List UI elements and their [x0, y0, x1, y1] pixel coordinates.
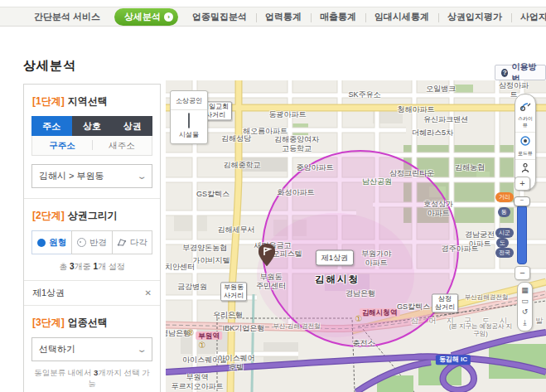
region-select[interactable]: 김해시 > 부원동 ⌄	[31, 164, 152, 188]
analysis-panel: [1단계]지역선택 주소 상호 상권 구주소 새주소 김해시 > 부원동 ⌄ […	[23, 84, 161, 392]
step3-title: 업종선택	[68, 317, 108, 328]
step2-section: [2단계]상권그리기 원형 반경 다각 총 3개중 1개 설정	[24, 199, 160, 273]
industry-note: 동일분류 내에서 3개까지 선택 가능	[31, 368, 152, 390]
radius-icon	[77, 238, 86, 247]
step2-badge: [2단계]	[32, 210, 65, 221]
zoom-level-province[interactable]: 도	[496, 238, 509, 248]
shape-radius-label: 반경	[89, 237, 107, 249]
subtab-new-address[interactable]: 새주소	[92, 136, 152, 155]
step3-heading: [3단계]업종선택	[32, 316, 152, 330]
question-icon: ?	[501, 69, 508, 77]
map-graphics	[166, 80, 546, 392]
satellite-icon	[520, 102, 531, 111]
small-business-toggle[interactable]: 소상공인	[171, 91, 207, 109]
facilities-toggle[interactable]: 시설물	[171, 109, 207, 143]
skyview-button[interactable]: 스카이뷰	[515, 98, 535, 132]
shape-circle-button[interactable]: 원형	[31, 230, 72, 254]
nav-item-simple-analysis[interactable]: 간단분석 서비스	[25, 11, 109, 23]
nav-item-business-age-stats[interactable]: 업력통계	[256, 11, 311, 23]
industry-select-value: 선택하기	[39, 343, 75, 356]
undo-icon[interactable]: ↺	[518, 307, 532, 317]
address-subtabs: 구주소 새주소	[31, 136, 152, 156]
zoom-out-button[interactable]: −	[515, 266, 530, 280]
trade-area-row: 제1상권 ✕	[24, 280, 160, 306]
area-measure-icon[interactable]: ▦	[518, 285, 532, 296]
nav-item-label: 상세분석	[124, 11, 161, 23]
nav-item-management-eval[interactable]: 사업자경영평가	[511, 11, 546, 23]
trade-area-map-label: 제1상권	[316, 250, 354, 266]
map-overlay-toggles: 소상공인 시설물	[170, 90, 208, 144]
polygon-icon	[117, 238, 127, 247]
chevron-down-icon: ⌄	[136, 172, 147, 181]
step1-heading: [1단계]지역선택	[32, 94, 152, 109]
step2-title: 상권그리기	[68, 210, 118, 221]
zoom-level-nation[interactable]: 전국	[495, 248, 514, 258]
shape-radius-button[interactable]: 반경	[71, 230, 112, 254]
area-count-status: 총 3개중 1개 설정	[31, 261, 152, 273]
remove-area-icon[interactable]: ✕	[145, 288, 152, 298]
shape-circle-label: 원형	[49, 237, 66, 249]
roadview-icon	[520, 136, 530, 146]
step2-heading: [2단계]상권그리기	[32, 209, 152, 223]
subtab-old-address[interactable]: 구주소	[32, 136, 92, 155]
step3-badge: [3단계]	[32, 317, 65, 328]
region-tabs: 주소 상호 상권	[31, 116, 152, 136]
zoom-level-street[interactable]: 거리	[495, 192, 514, 202]
zoom-level-dong[interactable]: 동	[498, 207, 510, 217]
distance-measure-icon[interactable]: ▭	[518, 296, 532, 307]
roadview-button[interactable]: 로드뷰	[515, 132, 535, 159]
region-select-value: 김해시 > 부원동	[39, 170, 104, 182]
building-icon	[188, 113, 190, 128]
zoom-slider-track[interactable]	[517, 205, 527, 264]
download-icon[interactable]: ⤓	[518, 317, 532, 328]
step1-badge: [1단계]	[32, 95, 65, 107]
roadview-label: 로드뷰	[516, 150, 534, 157]
tab-store-name[interactable]: 상호	[72, 116, 113, 136]
nav-item-rent-stats[interactable]: 임대시세통계	[365, 11, 438, 23]
chevron-down-icon: ⌄	[136, 345, 147, 354]
facilities-label: 시설물	[171, 130, 207, 139]
zoom-slider-handle[interactable]: −	[514, 196, 530, 206]
step1-title: 지역선택	[68, 95, 108, 107]
nav-item-density-analysis[interactable]: 업종밀집분석	[183, 11, 256, 23]
nav-item-detail-analysis[interactable]: 상세분석 ›	[114, 8, 178, 26]
zoom-in-button[interactable]: +	[515, 177, 530, 191]
skyview-label: 스카이뷰	[516, 116, 534, 129]
tab-trade-area[interactable]: 상권	[112, 116, 152, 136]
map-canvas[interactable]: 제일교회 사거리동광아파트해오름아파트김해성당김해중앙여자 고등학교김해중학교중…	[166, 80, 546, 392]
circle-icon	[37, 239, 46, 247]
zoom-level-city[interactable]: 시군	[495, 228, 514, 238]
shape-polygon-label: 다각	[130, 237, 147, 249]
industry-select[interactable]: 선택하기 ⌄	[31, 337, 152, 361]
shape-buttons: 원형 반경 다각	[31, 230, 152, 254]
nav-item-sales-stats[interactable]: 매출통계	[311, 11, 365, 23]
chevron-right-icon: ›	[164, 12, 173, 22]
person-icon	[521, 163, 529, 173]
tab-address[interactable]: 주소	[31, 116, 72, 136]
small-business-label: 소상공인	[171, 96, 207, 105]
step1-section: [1단계]지역선택	[24, 85, 160, 109]
trade-area-name: 제1상권	[32, 287, 65, 299]
step3-section: [3단계]업종선택 선택하기 ⌄ 동일분류 내에서 3개까지 선택 가능	[24, 306, 160, 390]
shape-polygon-button[interactable]: 다각	[112, 230, 152, 254]
map-tools: ▦ ▭ ↺ ⤓	[517, 282, 533, 332]
help-button[interactable]: ? 이용방법	[495, 65, 546, 80]
top-navigation: 간단분석 서비스 상세분석 › 업종밀집분석 업력통계 매출통계 임대시세통계 …	[0, 7, 546, 27]
nav-item-location-eval[interactable]: 상권입지평가	[438, 11, 511, 23]
page-title: 상세분석	[23, 58, 76, 74]
